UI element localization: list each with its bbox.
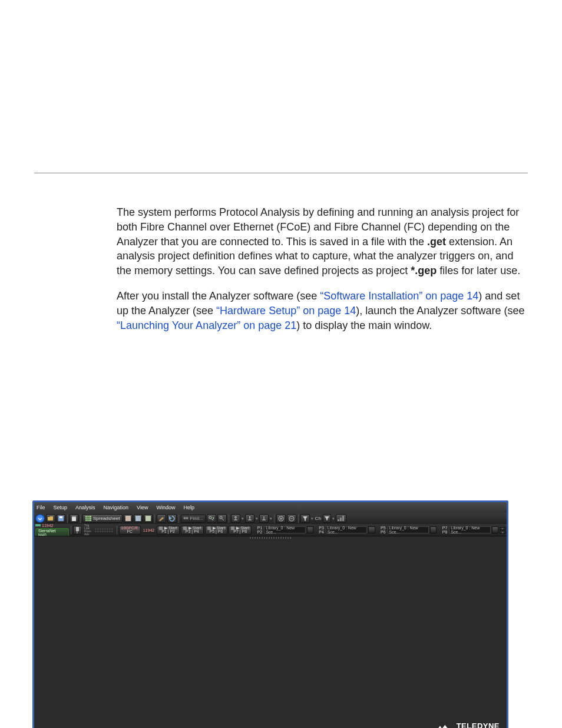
toolbar-btn[interactable]: [134, 514, 143, 523]
plus-icon: [278, 516, 284, 522]
find-box[interactable]: Find...: [181, 515, 205, 523]
svg-rect-5: [125, 516, 131, 521]
open-button[interactable]: [46, 514, 55, 523]
start-p3p4-button[interactable]: ▶ Start P3 | P4: [181, 526, 204, 535]
edit-library-icon[interactable]: [430, 526, 437, 533]
fc-mode-chip[interactable]: 10GFC/E FC: [119, 526, 141, 535]
svg-rect-6: [135, 516, 141, 521]
svg-rect-4: [85, 516, 91, 521]
edit-library-icon[interactable]: [307, 526, 313, 533]
app-menu-button[interactable]: [35, 514, 45, 523]
disk-icon: [58, 516, 64, 521]
dropdown-caret[interactable]: ▾: [332, 516, 335, 521]
marker-icon: [233, 516, 239, 522]
marker-button[interactable]: [245, 514, 254, 523]
refresh-button[interactable]: [167, 514, 177, 523]
trig-labels: Trig Link From Adv: [84, 524, 91, 536]
menu-analysis[interactable]: Analysis: [75, 505, 95, 510]
edit-library-icon[interactable]: [368, 526, 375, 533]
separator: [229, 515, 229, 523]
doc4-icon: [146, 516, 151, 521]
device-badge[interactable]: SierraNet M40...: [35, 528, 69, 536]
svg-rect-3: [72, 516, 76, 517]
menu-setup[interactable]: Setup: [54, 505, 68, 510]
toolbar-btn[interactable]: [336, 514, 346, 523]
find-next-button[interactable]: [207, 514, 216, 523]
svg-rect-18: [35, 524, 41, 526]
save-button[interactable]: [57, 514, 65, 523]
marker-icon: [247, 516, 253, 522]
find-prev-button[interactable]: [217, 514, 227, 523]
toolbar-btn[interactable]: [124, 514, 133, 523]
refresh-icon: [169, 516, 175, 522]
marker-button[interactable]: [259, 514, 269, 523]
toolbar-btn[interactable]: [157, 514, 166, 523]
brush-icon: [158, 516, 164, 521]
svg-point-8: [184, 517, 186, 519]
plug-icon: [75, 527, 80, 533]
marker-button[interactable]: [231, 514, 240, 523]
edit-library-icon[interactable]: [492, 526, 498, 533]
separator: [154, 515, 155, 523]
doc2-icon: [125, 516, 131, 521]
ext-get: .get: [427, 236, 446, 248]
dropdown-caret[interactable]: ▾: [270, 516, 272, 521]
dropdown-caret[interactable]: ▾: [256, 516, 258, 521]
menu-navigation[interactable]: Navigation: [104, 505, 129, 510]
filter-button[interactable]: [300, 514, 310, 523]
toolbar-btn[interactable]: [144, 514, 153, 523]
text: ) to display the main window.: [296, 319, 432, 331]
binoculars-icon: [183, 516, 189, 521]
library-select-p3p4[interactable]: Library_0 : New Sce...: [326, 526, 367, 533]
device-toolbar: 11942 SierraNet M40... Trig Link From Ad…: [34, 524, 507, 536]
library-select-p5p6[interactable]: Library_0 : New Sce...: [388, 526, 429, 533]
wave-icon: [338, 516, 345, 521]
port-pair-34: P3P4: [317, 526, 324, 534]
toolbar-btn[interactable]: [70, 514, 78, 523]
search-up-icon: [219, 516, 225, 521]
separator: [298, 515, 299, 523]
device-icon: [35, 524, 41, 528]
separator: [117, 526, 117, 534]
separator: [80, 515, 81, 523]
port-pair-56: P5P6: [379, 526, 386, 534]
folder-icon: [48, 516, 54, 521]
svg-point-11: [220, 516, 222, 519]
channel-label: Ch: [315, 516, 321, 521]
link-hardware-setup[interactable]: “Hardware Setup” on page 14: [216, 305, 356, 317]
port-leds: [95, 528, 113, 532]
fc-sub-label: FC: [127, 530, 132, 533]
dropdown-caret[interactable]: ▾: [311, 516, 313, 521]
menu-window[interactable]: Window: [156, 505, 175, 510]
spreadsheet-button[interactable]: Spreadsheet: [82, 514, 123, 523]
svg-rect-20: [76, 527, 79, 531]
paragraph-2: After you install the Analyzer software …: [117, 289, 528, 332]
zoom-in-button[interactable]: [276, 514, 286, 523]
channel-filter-button[interactable]: [323, 514, 331, 523]
menu-view[interactable]: View: [137, 505, 148, 510]
dropdown-caret[interactable]: ▾: [242, 516, 244, 521]
marker-icon: [261, 516, 267, 522]
fc-id: 11942: [143, 528, 154, 532]
toolbar-overflow[interactable]: × ▾: [500, 527, 505, 533]
main-toolbar: Spreadsheet Find... ▾ ▾ ▾: [34, 513, 507, 524]
svg-rect-15: [338, 519, 339, 521]
start-p1p2-button[interactable]: ▶ Start P1 | P2: [157, 526, 180, 535]
start-p7p8-button[interactable]: ▶ Start P7 | P8: [229, 526, 252, 535]
zoom-out-button[interactable]: [287, 514, 296, 523]
dropdown-icon: [37, 516, 43, 522]
start-p5p6-button[interactable]: ▶ Start P5 | P6: [205, 526, 228, 535]
library-select-p7p8[interactable]: Library_0 : New Sce...: [449, 526, 490, 533]
menu-help[interactable]: Help: [183, 505, 194, 510]
library-select-p1p2[interactable]: Library_0 : New Sce...: [264, 526, 305, 533]
drag-handle-top[interactable]: [250, 537, 291, 539]
menubar: File Setup Analysis Navigation View Wind…: [34, 502, 507, 513]
connect-button[interactable]: [73, 526, 82, 535]
menu-file[interactable]: File: [37, 505, 45, 510]
text: ), launch the Analyzer software (see: [356, 305, 524, 317]
link-launching-analyzer[interactable]: “Launching Your Analyzer” on page 21: [117, 319, 296, 331]
ext-gep: *.gep: [411, 265, 437, 276]
link-software-installation[interactable]: “Software Installation” on page 14: [320, 290, 478, 302]
section-divider: [34, 173, 528, 173]
port-pair-12: P1P2: [255, 526, 262, 534]
